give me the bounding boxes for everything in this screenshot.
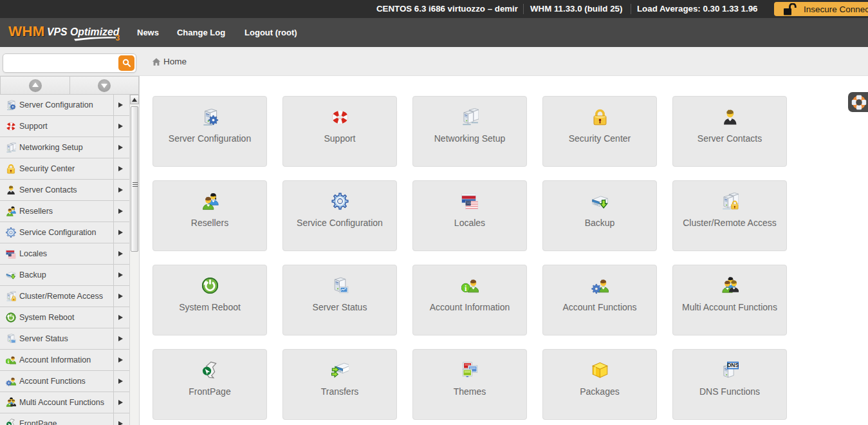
- svg-text:WHM: WHM: [8, 24, 44, 39]
- svg-text:VPS Optimized: VPS Optimized: [47, 26, 120, 37]
- svg-text:3: 3: [116, 33, 120, 42]
